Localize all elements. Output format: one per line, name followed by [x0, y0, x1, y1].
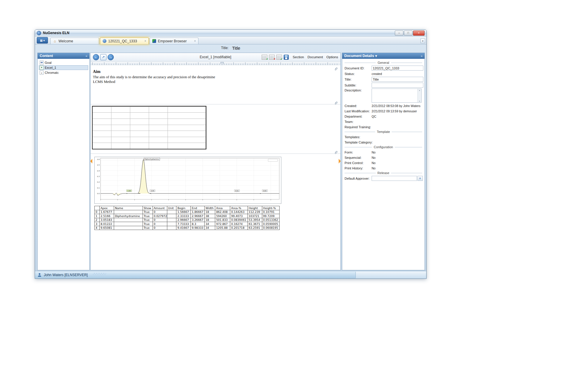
field-input-title[interactable] — [372, 77, 423, 82]
peak-table-row[interactable]: 23.05183True02.966673.2666718501.8330.08… — [95, 218, 280, 222]
peak-table-cell: 0.0608195 — [262, 226, 280, 230]
peak-table-row[interactable]: 49.65081True09.416679.98333341205.880.20… — [95, 226, 280, 230]
peak-table-row[interactable]: 12.5166DiphenhydramineTrue0.0279722.3333… — [95, 214, 280, 218]
field-label: Print Control: — [345, 161, 370, 165]
empty-grid-table[interactable] — [92, 106, 206, 149]
peak-table-cell: 53.3954 — [248, 218, 262, 222]
minimize-button[interactable]: – — [395, 31, 403, 36]
paperclip-icon[interactable] — [334, 67, 338, 71]
tab-welcome[interactable]: ⌂ Welcome — [50, 38, 99, 44]
close-button[interactable]: × — [413, 31, 425, 36]
field-label: Form: — [345, 151, 370, 154]
peak-table[interactable]: ApexNameShowAmountUnitBeginEndWidthAreaA… — [94, 206, 280, 230]
tree-item-chromatogram[interactable]: ▲ Chromatc — [39, 70, 88, 75]
details-panel-header[interactable]: Document Details ▾ » — [342, 53, 425, 59]
peak-table-cell: True — [143, 210, 153, 214]
user-icon — [37, 273, 42, 277]
approver-picker-button[interactable]: ≡ — [417, 176, 423, 181]
svg-text:0.2: 0.2 — [97, 181, 100, 183]
details-fields: GeneralDocument ID:Status:createdTitle:S… — [342, 59, 425, 181]
menu-button[interactable]: ▦ ▾ — [37, 37, 48, 44]
status-bar-divider — [355, 272, 356, 278]
field-input-subtitle[interactable] — [372, 83, 423, 88]
scrollbar[interactable]: ▴▾ — [417, 89, 421, 102]
check-icon: ✓ — [280, 58, 283, 61]
close-tab-icon[interactable]: × — [194, 39, 196, 43]
field-value: 2/21/2012 09:13:59 by demouser — [372, 109, 417, 113]
field-label: Last Modification: — [345, 109, 370, 113]
peak-table-cell — [114, 218, 143, 222]
menu-section[interactable]: Section — [293, 55, 304, 59]
scroll-up-icon[interactable]: ▴ — [419, 89, 420, 91]
tab-label: Empower Browser — [158, 39, 187, 43]
peak-table-cell — [114, 210, 143, 214]
peak-table-cell: 1205.88 — [215, 226, 230, 230]
expand-panel-icon[interactable]: » — [421, 54, 422, 58]
peak-table-cell: 0 — [153, 222, 167, 226]
peak-table-header-row: ApexNameShowAmountUnitBeginEndWidthAreaA… — [95, 206, 280, 210]
section-divider-release: Release — [345, 171, 422, 175]
field-label: Templates: — [345, 135, 370, 139]
save-button[interactable] — [284, 55, 289, 60]
peak-table-cell: 38 — [205, 214, 215, 218]
chromatogram-section[interactable]: 0.60.50.40.30.20.10.01.68Diphenhydramine… — [91, 154, 340, 270]
field-label: Description: — [345, 89, 370, 92]
window-titlebar[interactable]: NuGenesis ELN – □ × — [35, 30, 426, 36]
field-row-department: Department:QC — [345, 114, 422, 119]
collapse-panel-icon[interactable]: « — [86, 54, 87, 58]
peak-table-cell: 8.3 — [191, 222, 205, 226]
close-tab-icon[interactable]: × — [144, 39, 146, 43]
status-bar: John Waters [ELNSERVER] — [35, 271, 426, 278]
table-section[interactable] — [91, 104, 340, 154]
field-value: No — [372, 156, 375, 159]
tree-item-excel[interactable]: X Excel_1 — [39, 65, 88, 70]
scroll-down-icon[interactable]: ▾ — [419, 100, 420, 102]
peak-table-cell: 0 — [153, 226, 167, 230]
tab-label: Welcome — [59, 39, 73, 43]
app-window: NuGenesis ELN – □ × ▦ ▾ ⌂ Welcome 120221… — [35, 29, 427, 279]
document-title-line: Title: Title — [35, 44, 426, 51]
add-sheet-button[interactable]: + — [262, 55, 267, 60]
divider-label: Template — [377, 130, 390, 134]
tab-bar: ▦ ▾ ⌂ Welcome 120221_QC_1333 × Empower B… — [35, 36, 426, 44]
chromatogram-icon: ▲ — [40, 71, 44, 75]
maximize-button[interactable]: □ — [404, 31, 412, 36]
content-panel-header: Content « — [38, 53, 89, 59]
peak-table-header: Height — [248, 206, 262, 210]
tab-overflow-button[interactable]: ▾ — [420, 39, 425, 43]
validate-sheet-button[interactable]: ✓ — [276, 55, 282, 60]
tab-document[interactable]: 120221_QC_1333 × — [100, 38, 149, 44]
editor-toolbar: ← ↗ → Excel_1 [modifiable] + × ✓ Section… — [91, 53, 340, 61]
tab-empower-browser[interactable]: Empower Browser × — [150, 38, 198, 44]
field-row-subtitle: Subtitle: — [345, 83, 422, 88]
menu-options[interactable]: Options — [326, 55, 338, 59]
aim-section[interactable]: Aim The aim of this study is to determin… — [91, 65, 340, 104]
field-value: created — [372, 72, 382, 76]
peak-table-header: Unit — [167, 206, 176, 210]
svg-text:0.1: 0.1 — [97, 187, 100, 189]
app-icon — [37, 31, 41, 35]
menu-document[interactable]: Document — [308, 55, 323, 59]
editor-menus: Section Document Options — [293, 55, 338, 59]
peak-table-cell: 3.05183 — [100, 218, 114, 222]
toolbar-actions: + × ✓ Section Document Options — [262, 55, 338, 60]
field-value: 2/21/2012 08:53:08 by John Waters — [372, 104, 420, 108]
tree-item-goal[interactable]: W Goal — [39, 60, 88, 65]
field-input-document-id[interactable] — [372, 66, 423, 71]
peak-table-header: Amount — [153, 206, 167, 210]
peak-table-cell: 18 — [205, 218, 215, 222]
logged-in-user: John Waters [ELNSERVER] — [44, 273, 88, 277]
paperclip-icon[interactable] — [334, 151, 338, 155]
paperclip-icon[interactable] — [334, 101, 338, 105]
delete-sheet-button[interactable]: × — [269, 55, 275, 60]
field-textarea-description[interactable]: ▴▾ — [372, 89, 422, 103]
peak-table-cell: 2.5166 — [100, 214, 114, 218]
chromatogram[interactable]: 0.60.50.40.30.20.10.01.68Diphenhydramine… — [94, 157, 281, 204]
peak-table-row[interactable]: 01.67677True01.566671.8666718862.4080.14… — [95, 210, 280, 214]
main-area: Content « W Goal X Excel_1 ▲ Chromatc — [35, 51, 426, 271]
field-input-default-approver[interactable] — [372, 176, 417, 181]
peak-table-row[interactable]: 38.01222True07.733338.334972.8670.162746… — [95, 222, 280, 226]
input-with-picker: ≡ — [372, 176, 423, 181]
aim-text-line2: LCMS Method — [93, 80, 338, 84]
aim-text-line1: The aim of this study is to determine th… — [93, 75, 338, 80]
